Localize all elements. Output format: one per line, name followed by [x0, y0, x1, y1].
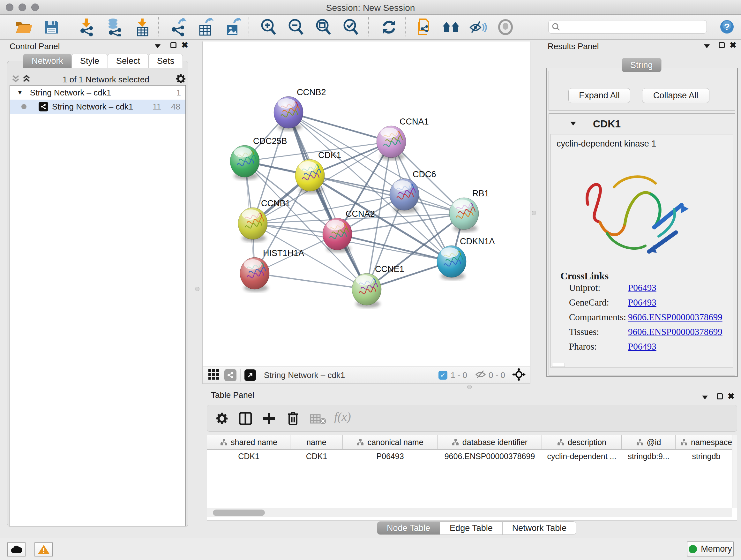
right-splitter-handle[interactable]	[532, 211, 536, 215]
column-header-description[interactable]: description	[542, 435, 622, 449]
table-vertical-scrollbar[interactable]	[732, 435, 737, 508]
network-node-ccnb2[interactable]	[274, 97, 303, 131]
table-settings-gear-icon[interactable]	[215, 412, 229, 427]
network-canvas[interactable]: CCNB2CCNA1CDC25BCDK1CDC6RB1CCNB1CCNA2CDK…	[202, 42, 530, 367]
column-header-canonical-name[interactable]: canonical name	[343, 435, 437, 449]
network-node-cdc25b[interactable]	[230, 145, 259, 180]
tab-string[interactable]: String	[622, 58, 662, 72]
collapse-all-icon[interactable]	[11, 74, 20, 84]
export-table-icon[interactable]	[195, 17, 216, 37]
collapse-all-button[interactable]: Collapse All	[642, 88, 710, 103]
crosslink-value-link[interactable]: P06493	[628, 341, 657, 352]
zoom-fit-icon[interactable]	[313, 17, 333, 37]
table-panel-float-icon[interactable]	[717, 393, 723, 399]
table-horizontal-scrollbar[interactable]	[207, 508, 732, 517]
tab-sets[interactable]: Sets	[148, 54, 183, 68]
crosslink-value-link[interactable]: 9606.ENSP00000378699	[628, 312, 723, 322]
save-session-icon[interactable]	[42, 17, 62, 37]
network-node-cdkn1a[interactable]	[437, 246, 466, 280]
table-cell[interactable]: CDK1	[290, 449, 343, 463]
left-splitter-handle[interactable]	[195, 287, 199, 291]
zoom-selected-icon[interactable]	[340, 17, 361, 37]
tab-select[interactable]: Select	[108, 54, 149, 68]
column-header-namespace[interactable]: namespace	[676, 435, 737, 449]
control-panel-float-icon[interactable]	[171, 42, 177, 48]
share-view-icon[interactable]	[224, 369, 237, 381]
expand-all-icon[interactable]	[22, 74, 30, 84]
network-collection-row[interactable]: ▼ String Network – cdk1 1	[10, 85, 185, 100]
results-panel-close-icon[interactable]: ✖	[730, 42, 737, 48]
import-network-from-database-icon[interactable]	[104, 17, 125, 37]
tab-edge-table[interactable]: Edge Table	[440, 521, 502, 535]
control-panel-menu-icon[interactable]	[155, 44, 160, 48]
column-header-database-identifier[interactable]: database identifier	[437, 435, 542, 449]
delete-column-icon[interactable]	[286, 411, 300, 427]
network-node-cdk1[interactable]	[295, 159, 325, 194]
network-node-ccnb1[interactable]	[238, 207, 267, 242]
crosslink-value-link[interactable]: P06493	[628, 283, 657, 293]
open-session-icon[interactable]	[14, 17, 34, 37]
table-cell[interactable]: 9606.ENSP00000378699	[437, 449, 542, 463]
copy-network-icon[interactable]	[413, 17, 434, 37]
warning-status-button[interactable]	[35, 543, 53, 557]
manage-columns-icon[interactable]	[239, 412, 253, 427]
search-box[interactable]	[548, 20, 707, 34]
table-cell[interactable]: stringdb:9...	[622, 449, 676, 463]
network-node-hist1h1a[interactable]	[240, 257, 269, 292]
show-graphics-details-icon[interactable]	[495, 17, 516, 37]
zoom-out-icon[interactable]	[286, 17, 306, 37]
function-builder-icon[interactable]: f(x)	[334, 410, 351, 424]
control-panel-close-icon[interactable]: ✖	[181, 42, 188, 48]
column-header--id[interactable]: @id	[622, 435, 676, 449]
first-neighbors-icon[interactable]	[441, 17, 461, 37]
import-table-from-file-icon[interactable]	[132, 17, 152, 37]
network-options-gear-icon[interactable]	[175, 73, 186, 86]
open-in-window-icon[interactable]	[245, 369, 256, 381]
add-column-icon[interactable]	[262, 412, 276, 427]
help-icon[interactable]: ?	[720, 20, 734, 36]
network-edge[interactable]	[255, 273, 367, 289]
results-panel-menu-icon[interactable]	[704, 44, 710, 48]
search-input[interactable]	[560, 22, 697, 32]
export-image-icon[interactable]	[223, 17, 243, 37]
tab-style[interactable]: Style	[71, 54, 108, 68]
results-scrollbar-thumb[interactable]	[552, 363, 565, 367]
table-cell[interactable]: CDK1	[207, 449, 290, 463]
grid-view-icon[interactable]	[208, 368, 220, 382]
crosslink-value-link[interactable]: 9606.ENSP00000378699	[628, 327, 723, 337]
table-row[interactable]: CDK1CDK1P064939606.ENSP00000378699cyclin…	[207, 449, 737, 463]
refresh-view-icon[interactable]	[379, 17, 399, 37]
column-header-shared-name[interactable]: shared name	[207, 435, 290, 449]
entry-collapse-icon[interactable]	[570, 122, 576, 125]
selected-checkbox-icon[interactable]: ✓	[439, 371, 448, 380]
expand-all-button[interactable]: Expand All	[568, 88, 630, 103]
network-node-ccna1[interactable]	[377, 126, 406, 160]
table-cell[interactable]: stringdb	[676, 449, 737, 463]
horizontal-splitter-handle[interactable]	[467, 385, 472, 389]
table-cell[interactable]: P06493	[343, 449, 437, 463]
hide-selected-icon[interactable]	[468, 17, 488, 37]
network-edge[interactable]	[288, 112, 367, 289]
cloud-status-button[interactable]	[7, 543, 25, 557]
network-row[interactable]: String Network – cdk1 11 48	[10, 100, 185, 114]
tab-network-table[interactable]: Network Table	[502, 521, 577, 535]
collection-expand-icon[interactable]: ▼	[17, 89, 23, 96]
network-node-rb1[interactable]	[449, 198, 479, 232]
tab-network[interactable]: Network	[23, 54, 72, 68]
tab-node-table[interactable]: Node Table	[377, 521, 440, 535]
move-crosshair-icon[interactable]	[512, 368, 526, 382]
import-network-from-file-icon[interactable]	[77, 17, 97, 37]
network-node-ccne1[interactable]	[352, 273, 381, 308]
node-table[interactable]: shared namenamecanonical namedatabase id…	[207, 435, 737, 520]
crosslink-value-link[interactable]: P06493	[628, 297, 657, 308]
table-horizontal-scrollbar-thumb[interactable]	[213, 509, 265, 516]
column-header-name[interactable]: name	[290, 435, 343, 449]
zoom-in-icon[interactable]	[258, 17, 279, 37]
results-panel-float-icon[interactable]	[719, 42, 725, 48]
hidden-eye-icon[interactable]	[475, 370, 486, 381]
table-panel-close-icon[interactable]: ✖	[728, 393, 735, 399]
export-network-icon[interactable]	[168, 17, 188, 37]
table-cell[interactable]: cyclin-dependent ...	[542, 449, 622, 463]
table-panel-menu-icon[interactable]	[702, 395, 708, 399]
delete-table-icon[interactable]	[310, 414, 327, 426]
